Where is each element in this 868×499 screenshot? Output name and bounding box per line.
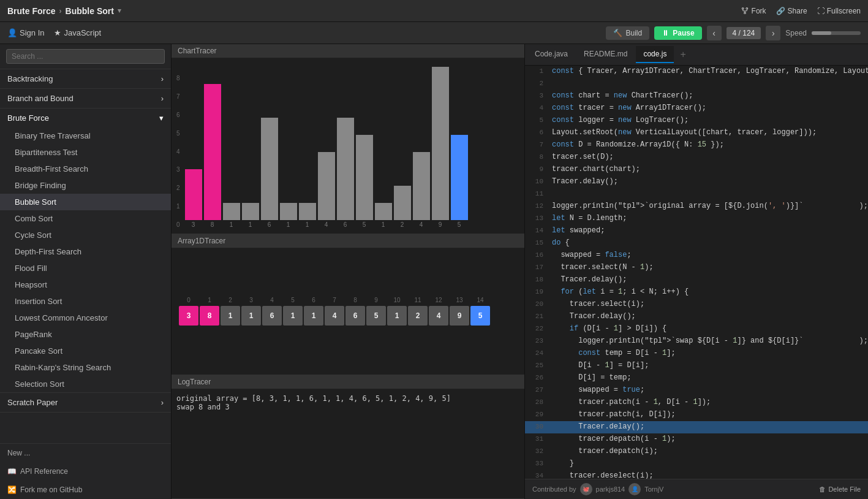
share-icon: 🔗 [776, 7, 785, 15]
code-line: 1 const { Tracer, Array1DTracer, ChartTr… [525, 66, 868, 78]
sidebar-item-insertion-sort[interactable]: Insertion Sort [0, 293, 171, 310]
code-line: 29 tracer.patch(i, D[i]); [525, 409, 868, 421]
line-number: 12 [525, 200, 549, 213]
sidebar-group-label: Backtracking [7, 74, 53, 83]
sidebar-item-binary-tree-traversal[interactable]: Binary Tree Traversal [0, 128, 171, 144]
array-index-label: 4 [262, 297, 282, 303]
sidebar-group-header-scratch[interactable]: Scratch Paper › [0, 393, 171, 412]
search-input[interactable] [6, 49, 165, 64]
array-cells: 381161146512495 [176, 306, 519, 326]
sidebar-item-heapsort[interactable]: Heapsort [0, 276, 171, 293]
build-button[interactable]: 🔨 Build [606, 26, 650, 40]
sidebar-item-bipartiteness-test[interactable]: Bipartiteness Test [0, 144, 171, 161]
array-cell: 1 [283, 306, 303, 326]
sidebar-group-header-branch[interactable]: Branch and Bound › [0, 89, 171, 108]
line-code: const logger = new LogTracer(); [549, 115, 868, 127]
breadcrumb-item-1[interactable]: Brute Force [7, 6, 56, 16]
sidebar-item-cycle-sort[interactable]: Cycle Sort [0, 227, 171, 243]
editor-content[interactable]: 1 const { Tracer, Array1DTracer, ChartTr… [525, 66, 868, 479]
sidebar-item-pagerank[interactable]: PageRank [0, 326, 171, 343]
line-code: tracer.patch(i, D[i]); [549, 409, 868, 421]
sidebar-item-lowest-common-ancestor[interactable]: Lowest Common Ancestor [0, 310, 171, 326]
bar-label: 6 [344, 221, 347, 228]
code-line: 31 tracer.depatch(i - 1); [525, 433, 868, 446]
tab-code-java[interactable]: Code.java [527, 46, 575, 63]
chart-bar: 6 [337, 118, 354, 228]
line-code: } [549, 458, 868, 470]
tab-readme[interactable]: README.md [576, 46, 635, 63]
prev-step-button[interactable]: ‹ [707, 26, 722, 40]
sidebar-footer: New ... 📖 API Reference 🔀 Fork me on Git… [0, 443, 171, 499]
line-number: 30 [525, 421, 549, 433]
breadcrumb-separator: › [59, 7, 62, 15]
code-line: 26 D[i] = temp; [525, 372, 868, 384]
fullscreen-button[interactable]: ⛶ Fullscreen [817, 7, 861, 15]
sidebar-item-bubble-sort[interactable]: Bubble Sort [0, 194, 171, 210]
sidebar-group-header-backtracking[interactable]: Backtracking › [0, 69, 171, 88]
array-index-label: 3 [241, 297, 261, 303]
code-line: 24 const temp = D[i - 1]; [525, 348, 868, 360]
bar-label: 4 [420, 221, 423, 228]
sidebar-footer-api[interactable]: 📖 API Reference [0, 462, 171, 481]
sidebar-footer-github[interactable]: 🔀 Fork me on GitHub [0, 481, 171, 499]
chart-bar: 3 [185, 169, 202, 228]
line-code: swapped = false; [549, 250, 868, 262]
array-index-label: 7 [325, 297, 344, 303]
secondbar-right: 🔨 Build ⏸ Pause ‹ 4 / 124 › Speed [606, 26, 861, 40]
line-number: 18 [525, 274, 549, 286]
fork-button[interactable]: Fork [741, 7, 766, 15]
add-tab-button[interactable]: + [675, 47, 690, 62]
code-line: 4 const tracer = new Array1DTracer(); [525, 102, 868, 115]
line-code: const tracer = new Array1DTracer(); [549, 102, 868, 115]
signin-button[interactable]: 👤 Sign In [7, 28, 44, 37]
breadcrumb-item-2[interactable]: Bubble Sort [66, 6, 114, 16]
sidebar-footer-new[interactable]: New ... [0, 444, 171, 462]
line-code: Tracer.delay(); [549, 176, 868, 188]
code-line: 30 Tracer.delay(); [525, 421, 868, 433]
chart-bar: 1 [223, 203, 240, 228]
language-selector[interactable]: ★ JavaScript [54, 28, 101, 37]
speed-fill [812, 31, 831, 35]
array-cell: 4 [429, 306, 448, 326]
array-index-label: 9 [366, 297, 386, 303]
pause-button[interactable]: ⏸ Pause [654, 26, 701, 40]
sidebar-item-selection-sort[interactable]: Selection Sort [0, 376, 171, 392]
next-step-button[interactable]: › [766, 26, 780, 40]
line-number: 8 [525, 151, 549, 164]
dropdown-arrow-icon[interactable]: ▾ [118, 7, 121, 15]
line-number: 28 [525, 397, 549, 409]
sidebar-group-header-bruteforce[interactable]: Brute Force ▾ [0, 109, 171, 128]
line-number: 22 [525, 323, 549, 335]
contributor-info: Contributed by 🐙 parkjs814 👤 TornjV [532, 483, 663, 495]
bar-label: 2 [401, 221, 404, 228]
line-number: 9 [525, 164, 549, 176]
sidebar-item-rabin-karp[interactable]: Rabin-Karp's String Search [0, 359, 171, 376]
sidebar: Backtracking › Branch and Bound › Brute … [0, 44, 172, 499]
array-index-label: 12 [429, 297, 448, 303]
bar-label: 1 [287, 221, 290, 228]
sidebar-item-pancake-sort[interactable]: Pancake Sort [0, 343, 171, 359]
chevron-right-icon: › [161, 398, 164, 407]
sidebar-item-bridge-finding[interactable]: Bridge Finding [0, 177, 171, 194]
array-index-label: 5 [283, 297, 303, 303]
signin-icon: 👤 [7, 28, 17, 37]
code-line: 6 Layout.setRoot(new VerticalLayout([cha… [525, 127, 868, 139]
editor-footer: Contributed by 🐙 parkjs814 👤 TornjV 🗑 De… [525, 479, 868, 499]
line-number: 14 [525, 225, 549, 237]
speed-slider[interactable] [812, 31, 861, 35]
fork-icon [741, 7, 749, 15]
chart-bar: 4 [318, 152, 335, 228]
code-line: 13 let N = D.length; [525, 213, 868, 225]
tab-code-js[interactable]: code.js [636, 46, 674, 63]
code-line: 34 tracer.deselect(i); [525, 470, 868, 479]
share-button[interactable]: 🔗 Share [776, 7, 807, 15]
sidebar-item-breadth-first-search[interactable]: Breadth-First Search [0, 161, 171, 177]
secondbar: 👤 Sign In ★ JavaScript 🔨 Build ⏸ Pause ‹… [0, 22, 868, 44]
log-content: original array = [8, 3, 1, 1, 6, 1, 1, 4… [172, 389, 524, 498]
sidebar-item-flood-fill[interactable]: Flood Fill [0, 260, 171, 276]
sidebar-item-depth-first-search[interactable]: Depth-First Search [0, 243, 171, 260]
sidebar-item-comb-sort[interactable]: Comb Sort [0, 210, 171, 227]
line-number: 20 [525, 299, 549, 311]
delete-file-button[interactable]: 🗑 Delete File [819, 486, 861, 493]
line-code: swapped = true; [549, 384, 868, 397]
